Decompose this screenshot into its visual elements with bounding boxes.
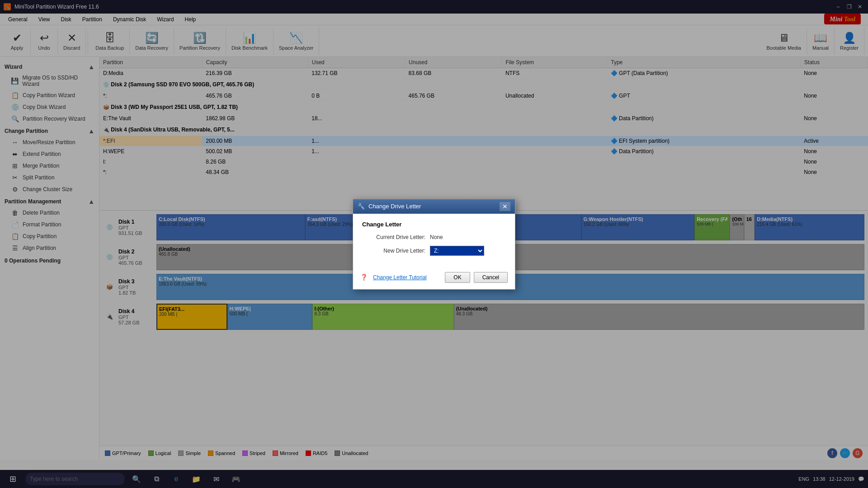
modal-title-text: Change Drive Letter	[368, 203, 421, 210]
modal-content-area: Change Letter Current Drive Letter: None…	[353, 214, 515, 268]
new-letter-select-wrap: Z: A: B: C: D: E: F: G: H: I: J: K:	[430, 246, 484, 256]
modal-footer: ❓ Change Letter Tutorial OK Cancel	[353, 268, 515, 289]
modal-title-left: 🔧 Change Drive Letter	[358, 203, 421, 210]
modal-title-bar: 🔧 Change Drive Letter ✕	[353, 199, 515, 214]
modal-overlay: 🔧 Change Drive Letter ✕ Change Letter Cu…	[0, 0, 868, 488]
current-letter-value: None	[430, 234, 443, 240]
current-drive-letter-row: Current Drive Letter: None	[362, 234, 506, 240]
modal-link-icon: ❓	[360, 274, 368, 281]
modal-section-title: Change Letter	[362, 221, 506, 228]
change-letter-tutorial-link[interactable]: Change Letter Tutorial	[373, 274, 427, 281]
current-letter-label: Current Drive Letter:	[362, 234, 430, 240]
new-drive-letter-row: New Drive Letter: Z: A: B: C: D: E: F: G…	[362, 246, 506, 256]
modal-ok-button[interactable]: OK	[445, 272, 470, 283]
new-letter-select[interactable]: Z: A: B: C: D: E: F: G: H: I: J: K:	[430, 246, 484, 256]
modal-close-button[interactable]: ✕	[500, 202, 510, 211]
modal-button-group: OK Cancel	[445, 272, 508, 283]
change-drive-letter-modal: 🔧 Change Drive Letter ✕ Change Letter Cu…	[353, 199, 515, 290]
modal-title-icon: 🔧	[358, 203, 365, 210]
modal-cancel-button[interactable]: Cancel	[474, 272, 508, 283]
new-letter-label: New Drive Letter:	[362, 248, 430, 254]
